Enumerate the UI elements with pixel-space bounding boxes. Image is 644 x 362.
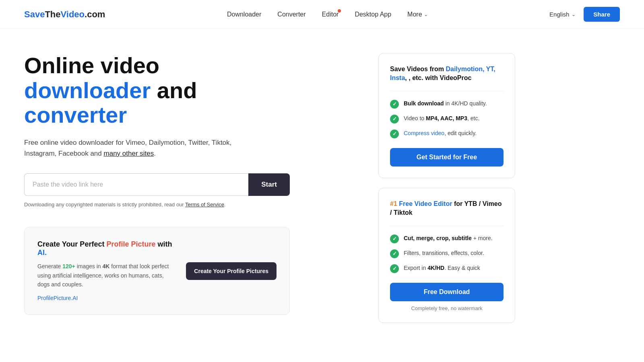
video-editor-card-title: #1 Free Video Editor for YTB / Vimeo / T…: [390, 200, 504, 218]
main-content: Online video downloader and converter Fr…: [0, 29, 644, 349]
profile-red-text: Profile Picture: [106, 240, 155, 248]
hero-title: Online video downloader and converter: [24, 53, 354, 128]
more-chevron-icon: ⌄: [424, 12, 428, 17]
profile-format: 4K: [103, 263, 110, 269]
profile-card-desc: Generate 120+ images in 4K format that l…: [37, 262, 173, 289]
free-download-button[interactable]: Free Download: [390, 283, 504, 301]
right-sidebar: Save Videos from Dailymotion, YT, Insta,…: [378, 53, 515, 333]
videoproc-card-title: Save Videos from Dailymotion, YT, Insta,…: [390, 65, 504, 83]
logo-the: The: [45, 9, 60, 19]
profile-ai-text: AI.: [37, 249, 47, 257]
get-started-free-button[interactable]: Get Started for Free: [390, 148, 504, 167]
divider2: [390, 226, 504, 226]
disclaimer: Downloading any copyrighted materials is…: [24, 202, 354, 208]
share-button[interactable]: Share: [584, 7, 620, 22]
logo-save: Save: [24, 9, 45, 19]
hero-title-line2: downloader and: [24, 78, 354, 103]
check-icon-4: [390, 234, 399, 243]
check-icon-6: [390, 264, 399, 273]
editor-hash: #1: [390, 200, 397, 207]
nav-more[interactable]: More ⌄: [407, 11, 427, 18]
hero-title-line1: Online video: [24, 53, 354, 78]
logo-com: com: [87, 9, 105, 19]
videoproc-card: Save Videos from Dailymotion, YT, Insta,…: [378, 53, 515, 178]
header: SaveTheVideo.com Downloader Converter Ed…: [0, 0, 644, 29]
nav-desktop-app[interactable]: Desktop App: [355, 11, 391, 18]
videoproc-feature-list: Bulk download in 4K/HD quality. Video to…: [390, 99, 504, 138]
hero-title-line3: converter: [24, 103, 354, 128]
editor-notification-dot: [338, 9, 341, 12]
profile-picture-ai-link[interactable]: ProfilePicture.AI: [37, 295, 78, 301]
language-label: English: [549, 11, 569, 18]
check-icon-5: [390, 249, 399, 258]
profile-count: 120+: [62, 263, 75, 269]
hero-subtitle: Free online video downloader for Vimeo, …: [24, 137, 266, 159]
nav-converter[interactable]: Converter: [277, 11, 305, 18]
video-editor-card: #1 Free Video Editor for YTB / Vimeo / T…: [378, 188, 515, 323]
video-url-input[interactable]: [24, 173, 248, 196]
many-other-sites-link[interactable]: many other sites: [104, 150, 154, 157]
logo[interactable]: SaveTheVideo.com: [24, 9, 105, 20]
profile-picture-card: Create Your Perfect Profile Picture with…: [24, 227, 290, 315]
check-icon-1: [390, 100, 399, 109]
nav-downloader[interactable]: Downloader: [227, 11, 261, 18]
feature-video-formats: Video to MP4, AAC, MP3, etc.: [390, 114, 504, 123]
feature-compress: Compress video, edit quickly.: [390, 129, 504, 138]
logo-video: Video: [61, 9, 85, 19]
divider1: [390, 91, 504, 91]
left-section: Online video downloader and converter Fr…: [24, 53, 354, 333]
profile-card-content: Create Your Perfect Profile Picture with…: [37, 240, 173, 302]
start-button[interactable]: Start: [248, 173, 290, 196]
compress-video-link[interactable]: Compress video: [404, 130, 444, 136]
language-selector[interactable]: English ⌄: [549, 11, 576, 18]
check-icon-3: [390, 130, 399, 138]
search-bar: Start: [24, 173, 290, 196]
terms-of-service-link[interactable]: Terms of Service: [185, 202, 224, 208]
hero-title-downloader: downloader: [24, 78, 151, 103]
header-right: English ⌄ Share: [549, 7, 620, 22]
create-profile-pictures-button[interactable]: Create Your Profile Pictures: [186, 262, 277, 280]
feature-bulk-download: Bulk download in 4K/HD quality.: [390, 99, 504, 109]
lang-chevron-icon: ⌄: [572, 12, 576, 17]
feature-cut-merge: Cut, merge, crop, subtitle + more.: [390, 234, 504, 243]
feature-filters: Filters, transitions, effects, color.: [390, 249, 504, 258]
editor-feature-list: Cut, merge, crop, subtitle + more. Filte…: [390, 234, 504, 273]
nav-editor[interactable]: Editor: [322, 11, 339, 18]
profile-card-title: Create Your Perfect Profile Picture with…: [37, 240, 173, 257]
feature-export: Export in 4K/HD. Easy & quick: [390, 264, 504, 273]
hero-title-and: and: [157, 78, 197, 103]
main-nav: Downloader Converter Editor Desktop App …: [227, 11, 428, 18]
check-icon-2: [390, 115, 399, 123]
no-watermark-label: Completely free, no watermark: [390, 305, 504, 311]
editor-label: Free Video Editor: [399, 200, 452, 207]
